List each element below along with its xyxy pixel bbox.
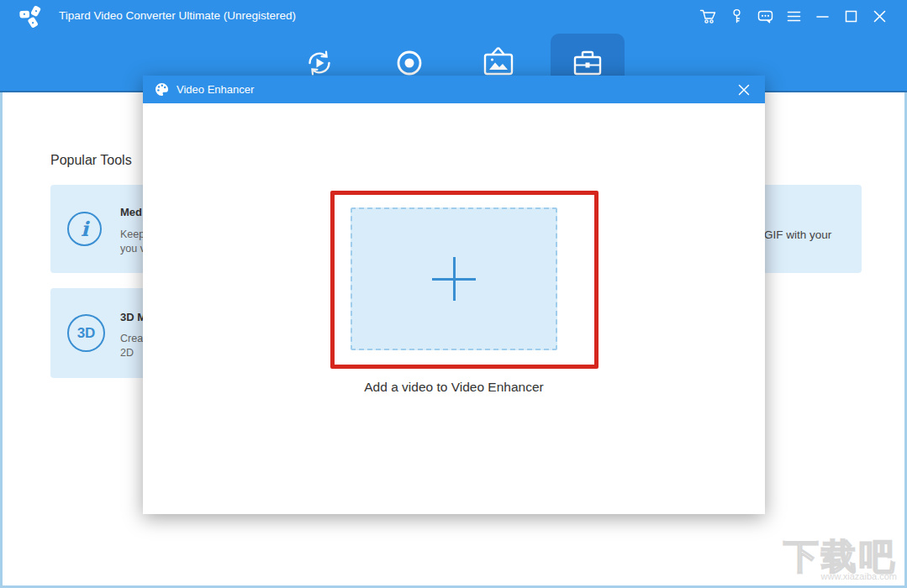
menu-icon[interactable] [785, 8, 803, 25]
titlebar-actions [699, 0, 889, 32]
popular-tools-heading: Popular Tools [50, 153, 132, 168]
app-window: Tipard Video Converter Ultimate (Unregis… [0, 0, 907, 588]
info-icon: i [67, 212, 102, 246]
tool-card-desc-line: Keep [120, 228, 145, 240]
palette-icon [155, 82, 169, 97]
key-icon[interactable] [728, 8, 746, 25]
cart-icon[interactable] [699, 8, 717, 25]
add-video-dropzone[interactable] [351, 207, 557, 350]
dialog-header: Video Enhancer [143, 76, 765, 103]
tool-card-title: Med [120, 206, 142, 218]
app-logo-icon [18, 3, 44, 29]
tool-card-desc-line: Crea [120, 333, 143, 344]
minimize-icon[interactable] [814, 8, 831, 25]
video-enhancer-dialog: Video Enhancer Add a video to Video Enha… [143, 76, 765, 514]
tool-card-desc-line: GIF with your [764, 228, 831, 241]
3d-icon: 3D [67, 314, 105, 352]
record-icon [393, 46, 426, 80]
convert-icon [303, 46, 336, 80]
maximize-icon[interactable] [842, 8, 860, 25]
tool-card-desc-line: 2D [120, 347, 134, 359]
window-title: Tipard Video Converter Ultimate (Unregis… [59, 0, 296, 32]
tool-card-desc-line: you v [120, 243, 145, 255]
plus-icon [432, 257, 476, 301]
feedback-icon[interactable] [757, 8, 774, 25]
dialog-title: Video Enhancer [177, 83, 254, 96]
dropzone-caption: Add a video to Video Enhancer [143, 380, 765, 395]
close-icon[interactable] [871, 8, 889, 25]
title-bar: Tipard Video Converter Ultimate (Unregis… [0, 0, 907, 32]
toolbox-icon [570, 46, 605, 80]
mv-icon [481, 46, 516, 80]
dialog-close-icon[interactable] [727, 76, 761, 103]
